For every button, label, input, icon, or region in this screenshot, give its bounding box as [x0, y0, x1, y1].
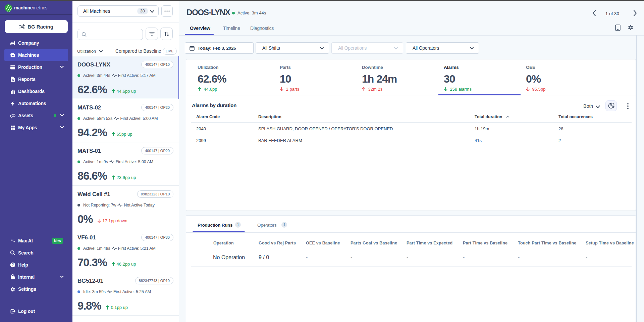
svg-text:?: ? [12, 263, 14, 267]
